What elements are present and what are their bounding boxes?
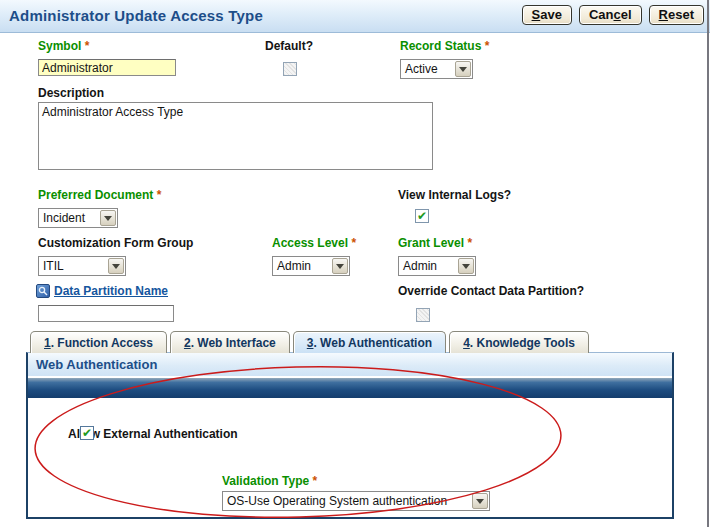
window-right-border [707,0,709,527]
default-label: Default? [265,39,313,53]
symbol-label: Symbol * [38,39,89,53]
required-marker: * [351,236,356,250]
tab-web-authentication[interactable]: 3. Web Authentication [293,331,446,353]
grant-level-value: Admin [403,259,437,273]
data-partition-link-label: Data Partition Name [54,284,168,298]
record-status-select[interactable]: Active [400,59,473,79]
magnifier-icon [36,284,50,298]
tab-web-interface[interactable]: 2. Web Interface [170,331,290,353]
tab-knowledge-tools[interactable]: 4. Knowledge Tools [449,331,589,353]
header-button-row: Save Cancel Reset [522,5,704,25]
required-marker: * [485,39,490,53]
save-button-label: Save [532,7,562,22]
access-level-label: Access Level * [272,236,356,250]
dropdown-arrow-icon [108,258,124,274]
preferred-document-label: Preferred Document * [38,188,161,202]
tab-function-access[interactable]: 1. Function Access [30,331,167,353]
page-title: Administrator Update Access Type [9,7,263,24]
override-contact-checkbox[interactable] [416,308,430,322]
dropdown-arrow-icon [100,210,116,226]
panel-title: Web Authentication [28,353,672,376]
window-header: Administrator Update Access Type Save Ca… [0,0,710,33]
preferred-document-value: Incident [43,211,85,225]
required-marker: * [467,236,472,250]
grant-level-label: Grant Level * [398,236,472,250]
dropdown-arrow-icon [455,61,471,77]
required-marker: * [312,474,317,488]
web-authentication-panel: Web Authentication Allow External Authen… [26,352,674,519]
reset-button-label: Reset [659,7,694,22]
override-contact-label: Override Contact Data Partition? [398,284,584,298]
view-internal-logs-label: View Internal Logs? [398,188,511,202]
dropdown-arrow-icon [472,493,488,509]
record-status-value: Active [405,62,438,76]
cancel-button-label: Cancel [589,7,632,22]
validation-type-select[interactable]: OS-Use Operating System authentication [222,491,490,511]
customization-form-group-label: Customization Form Group [38,236,193,250]
validation-type-label: Validation Type * [222,474,317,488]
dropdown-arrow-icon [458,258,474,274]
administrator-update-access-type-window: Administrator Update Access Type Save Ca… [0,0,710,527]
checkmark-icon: ✔ [416,210,428,222]
required-marker: * [85,39,90,53]
customization-form-group-select[interactable]: ITIL [38,256,126,276]
reset-button[interactable]: Reset [649,5,704,25]
description-label: Description [38,86,104,100]
validation-type-value: OS-Use Operating System authentication [227,494,447,508]
record-status-label: Record Status * [400,39,489,53]
default-checkbox[interactable] [283,62,297,76]
symbol-input[interactable] [38,59,176,76]
access-level-value: Admin [277,259,311,273]
data-partition-link[interactable]: Data Partition Name [36,284,168,298]
panel-divider-bar [28,378,672,398]
grant-level-select[interactable]: Admin [398,256,476,276]
tab-bar: 1. Function Access 2. Web Interface 3. W… [30,331,589,353]
checkmark-icon: ✔ [81,427,93,439]
data-partition-input[interactable] [38,305,174,322]
dropdown-arrow-icon [332,258,348,274]
description-textarea[interactable]: Administrator Access Type [38,102,433,170]
required-marker: * [157,188,162,202]
cancel-button[interactable]: Cancel [579,5,642,25]
view-internal-logs-checkbox[interactable]: ✔ [415,209,429,223]
allow-external-checkbox[interactable]: ✔ [80,426,94,440]
save-button[interactable]: Save [522,5,572,25]
customization-form-group-value: ITIL [43,259,64,273]
preferred-document-select[interactable]: Incident [38,208,118,228]
access-level-select[interactable]: Admin [272,256,350,276]
